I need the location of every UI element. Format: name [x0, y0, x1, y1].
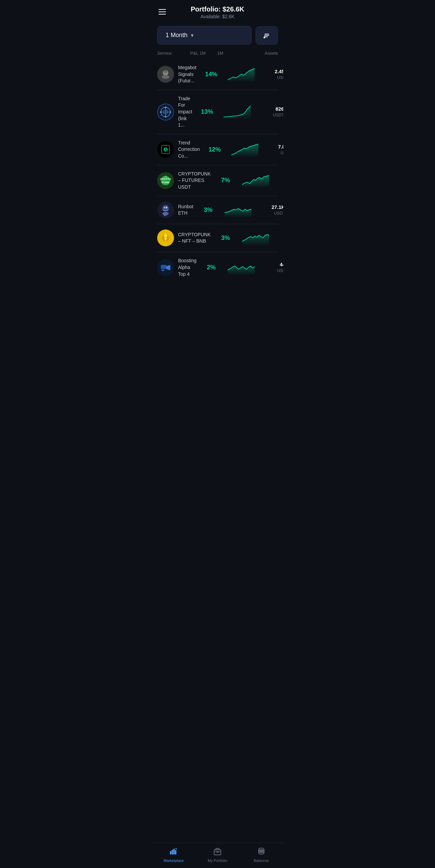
service-name: Trend Correction Co...	[178, 140, 200, 160]
pnl-value: 3%	[212, 235, 239, 242]
cryptopunk-avatar-icon: CRYPTO PUNK	[158, 173, 173, 188]
pnl-value: 7%	[212, 177, 239, 184]
cryptopunk2-avatar-icon	[158, 230, 173, 245]
period-label: 1 Month	[166, 32, 187, 39]
boosting-avatar-icon	[158, 260, 173, 275]
pnl-value: 12%	[201, 146, 228, 153]
service-name: CRYPTOPUNK – NFT – BNB	[178, 232, 211, 245]
service-info: CRYPTOPUNK – NFT – BNB	[157, 229, 211, 246]
svg-text:$: $	[165, 71, 166, 74]
trend-avatar-icon: A	[158, 142, 173, 157]
svg-point-11	[165, 116, 167, 117]
svg-point-29	[164, 234, 167, 238]
assets-cell: 3.89K USDT	[272, 174, 283, 186]
mini-chart	[231, 142, 258, 157]
assets-cell: 27.1K USDT	[255, 204, 283, 216]
table-row[interactable]: Trade For Impact (link 1... 13% 826	[157, 90, 278, 134]
assets-currency: USDT	[281, 151, 283, 155]
avatar	[157, 229, 174, 246]
assets-currency: USDT	[274, 211, 283, 216]
service-name: Trade For Impact (link 1...	[178, 96, 192, 129]
col-chart: 1M	[217, 51, 248, 56]
svg-rect-32	[162, 270, 164, 271]
assets-amount: 444	[258, 262, 283, 267]
avatar: CRYPTO PUNK	[157, 172, 174, 189]
runbot-avatar-icon	[158, 202, 173, 217]
sort-icon	[263, 32, 270, 39]
header: Portfolio: $26.6K Available: $2.6K	[152, 0, 283, 23]
table-row[interactable]: CRYPTO PUNK CRYPTOPUNK – FUTURES USDT 7%	[157, 165, 278, 196]
service-name: Megabot Signals (Futur...	[178, 64, 196, 84]
trade-avatar-icon	[158, 105, 173, 119]
service-list: $ Megabot Signals (Futur... 14%	[152, 59, 283, 283]
assets-currency: USDT	[273, 113, 283, 117]
megabot-avatar-icon: $	[160, 68, 172, 80]
table-row[interactable]: A Trend Correction Co... 12%	[157, 134, 278, 165]
service-name: CRYPTOPUNK – FUTURES USDT	[178, 171, 211, 191]
assets-cell: 1.17K USDT	[272, 232, 283, 244]
assets-amount: 27.1K	[255, 204, 283, 210]
svg-point-25	[164, 207, 166, 209]
assets-amount: 3.89K	[272, 174, 283, 180]
chart-cell	[230, 142, 260, 157]
period-selector[interactable]: 1 Month ▾	[157, 26, 252, 45]
assets-cell: 444 USDT	[258, 262, 283, 273]
mini-chart	[228, 67, 255, 82]
hamburger-line-2	[158, 11, 166, 12]
service-info: Boosting Alpha Top 4	[157, 257, 196, 277]
assets-currency: USDT	[277, 268, 283, 273]
available-value: $2.6K	[222, 14, 235, 19]
svg-text:PUNK: PUNK	[162, 181, 170, 184]
service-info: A Trend Correction Co...	[157, 140, 200, 160]
mini-chart	[242, 230, 269, 246]
svg-text:A: A	[164, 148, 167, 152]
assets-amount: 1.17K	[272, 232, 283, 238]
mini-chart	[224, 104, 251, 119]
menu-button[interactable]	[157, 8, 167, 16]
table-row[interactable]: Boosting Alpha Top 4 2% 444 USDT	[157, 252, 278, 283]
chart-cell	[223, 202, 253, 218]
service-info: $ Megabot Signals (Futur...	[157, 64, 196, 84]
col-service: Service	[157, 51, 190, 56]
pnl-value: 13%	[194, 108, 221, 115]
svg-point-4	[162, 75, 169, 79]
assets-currency: USDT	[277, 75, 283, 80]
avatar	[157, 259, 174, 276]
avatar	[157, 201, 174, 218]
table-row[interactable]: $ Megabot Signals (Futur... 14%	[157, 59, 278, 90]
mini-chart	[225, 202, 252, 218]
chart-cell	[240, 173, 271, 188]
chart-cell	[226, 67, 256, 82]
service-info: Runbot ETH	[157, 201, 193, 218]
chevron-down-icon: ▾	[191, 32, 194, 38]
avatar	[157, 104, 174, 120]
header-text: Portfolio: $26.6K Available: $2.6K	[191, 5, 244, 19]
pnl-value: 2%	[198, 264, 225, 271]
pnl-value: 3%	[195, 207, 222, 214]
assets-amount: 826	[254, 106, 283, 112]
avatar: $	[157, 66, 174, 83]
col-assets: Assets	[248, 51, 278, 56]
available-text: Available: $2.6K	[191, 14, 244, 19]
sort-button[interactable]	[256, 26, 278, 45]
chart-cell	[240, 230, 271, 246]
service-info: CRYPTO PUNK CRYPTOPUNK – FUTURES USDT	[157, 171, 211, 191]
col-pnl: P&L 1M	[190, 51, 217, 56]
pnl-value: 14%	[198, 71, 225, 78]
table-row[interactable]: Runbot ETH 3% 27.1K USDT	[157, 196, 278, 224]
service-info: Trade For Impact (link 1...	[157, 96, 192, 129]
chart-cell	[226, 260, 256, 275]
portfolio-value: $26.6K	[223, 5, 244, 13]
assets-amount: 2.45K	[258, 69, 283, 74]
mini-chart	[242, 173, 269, 188]
hamburger-line-3	[158, 14, 166, 15]
available-label: Available:	[201, 14, 221, 19]
avatar: A	[157, 141, 174, 158]
svg-point-12	[160, 111, 162, 113]
assets-cell: 2.45K USDT	[258, 69, 283, 80]
svg-point-26	[166, 207, 168, 209]
portfolio-label: Portfolio:	[191, 5, 221, 13]
hamburger-line-1	[158, 9, 166, 10]
column-headers: Service P&L 1M 1M Assets	[152, 49, 283, 59]
table-row[interactable]: CRYPTOPUNK – NFT – BNB 3% 1.17K	[157, 224, 278, 252]
